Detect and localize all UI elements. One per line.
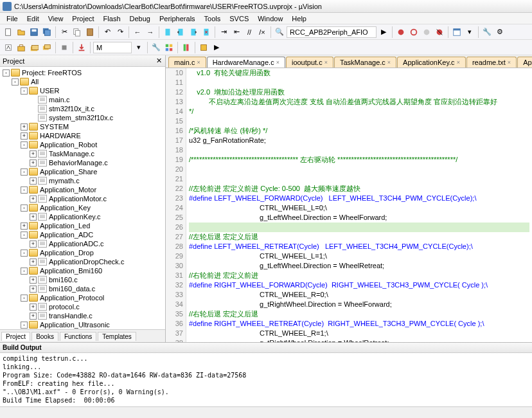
tree-item[interactable]: -USER — [0, 86, 165, 95]
find-icon[interactable]: 🔍 — [274, 26, 285, 38]
tree-toggle-icon[interactable]: - — [21, 204, 28, 212]
bookmark-next-icon[interactable] — [188, 26, 199, 38]
menu-help[interactable]: Help — [288, 14, 310, 23]
editor-tab[interactable]: TaskManage.c× — [334, 57, 396, 68]
tab-close-icon[interactable]: × — [508, 59, 511, 66]
tree-item[interactable]: +ApplicationMotor.c — [0, 194, 165, 203]
indent-icon[interactable]: ⇥ — [218, 26, 229, 38]
window-icon[interactable] — [451, 26, 463, 38]
download-icon[interactable] — [76, 42, 87, 53]
tree-item[interactable]: +bmi160_data.c — [0, 284, 165, 293]
tree-item[interactable]: +transHandle.c — [0, 311, 165, 320]
tree-item[interactable]: -Project: FreeRTOS — [0, 68, 165, 77]
tree-toggle-icon[interactable]: - — [21, 186, 28, 194]
tree-toggle-icon[interactable]: - — [12, 78, 19, 86]
tree-toggle-icon[interactable]: - — [21, 141, 28, 149]
breakpoint-disable-icon[interactable] — [421, 26, 432, 38]
editor-tab[interactable]: readme.txt× — [466, 57, 517, 68]
save-icon[interactable] — [28, 26, 40, 38]
tool1-icon[interactable]: 🔧 — [481, 26, 493, 38]
tree-item[interactable]: -Application_Key — [0, 203, 165, 212]
tab-close-icon[interactable]: × — [197, 59, 200, 66]
config-icon[interactable]: ▾ — [464, 26, 475, 38]
target-dropdown-icon[interactable]: ▾ — [133, 42, 145, 53]
tree-item[interactable]: +mymath.c — [0, 176, 165, 185]
tree-item[interactable]: main.c — [0, 95, 165, 104]
tree-item[interactable]: +BehaviorManage.c — [0, 158, 165, 167]
redo-icon[interactable]: ↷ — [114, 26, 126, 38]
menu-flash[interactable]: Flash — [100, 14, 125, 23]
simulator-icon[interactable]: ▶ — [211, 42, 222, 53]
tree-toggle-icon[interactable]: + — [30, 195, 37, 203]
tab-functions[interactable]: Functions — [60, 332, 96, 341]
tree-item[interactable]: -Application_Robot — [0, 140, 165, 149]
tree-item[interactable]: -All — [0, 77, 165, 86]
tab-close-icon[interactable]: × — [457, 59, 460, 66]
menu-view[interactable]: View — [44, 14, 67, 23]
project-tree[interactable]: -Project: FreeRTOS-All-USERmain.cstm32f1… — [0, 67, 165, 329]
menu-svcs[interactable]: SVCS — [226, 14, 253, 23]
tree-toggle-icon[interactable]: + — [30, 259, 37, 266]
project-panel-close-icon[interactable]: ✕ — [155, 57, 163, 65]
tree-item[interactable]: -Application_Share — [0, 167, 165, 176]
tree-item[interactable]: stm32f10x_it.c — [0, 104, 165, 113]
editor-tab[interactable]: ApplicationMotor.c× — [517, 57, 532, 68]
open-file-icon[interactable] — [15, 26, 27, 38]
tree-toggle-icon[interactable]: + — [30, 150, 37, 158]
periph-combo[interactable] — [287, 26, 377, 38]
target-select[interactable] — [93, 42, 132, 53]
editor-body[interactable]: 1011121314151617181920212223242526272829… — [166, 68, 532, 342]
tab-close-icon[interactable]: × — [324, 59, 328, 66]
tree-item[interactable]: +TaskManage.c — [0, 149, 165, 158]
tree-item[interactable]: +ApplicationADC.c — [0, 239, 165, 248]
bookmark-clear-icon[interactable]: × — [200, 26, 212, 38]
comment-icon[interactable]: // — [244, 26, 255, 38]
tree-toggle-icon[interactable]: - — [21, 87, 28, 95]
menu-peripherals[interactable]: Peripherals — [155, 14, 199, 23]
debug-icon[interactable] — [395, 26, 407, 38]
tree-toggle-icon[interactable]: - — [21, 232, 28, 239]
stop-build-icon[interactable] — [58, 42, 70, 53]
tree-toggle-icon[interactable]: - — [21, 250, 28, 257]
tree-toggle-icon[interactable]: - — [21, 295, 28, 302]
nav-back-icon[interactable]: ← — [132, 26, 143, 38]
tree-toggle-icon[interactable]: + — [21, 223, 28, 230]
tab-books[interactable]: Books — [31, 332, 58, 341]
tree-toggle-icon[interactable]: - — [21, 322, 28, 329]
tree-item[interactable]: system_stm32f10x.c — [0, 113, 165, 122]
outdent-icon[interactable]: ⇤ — [231, 26, 242, 38]
tab-close-icon[interactable]: × — [387, 59, 391, 66]
tree-toggle-icon[interactable]: + — [30, 214, 37, 221]
tree-item[interactable]: -Application_Bmi160 — [0, 266, 165, 275]
batch-build-icon[interactable] — [41, 42, 53, 53]
tree-item[interactable]: -Application_Ultrasonic — [0, 320, 165, 329]
build-icon[interactable] — [15, 42, 27, 53]
tree-item[interactable]: +bmi160.c — [0, 275, 165, 284]
menu-tools[interactable]: Tools — [200, 14, 225, 23]
tree-item[interactable]: -Application_Drop — [0, 248, 165, 257]
tree-toggle-icon[interactable]: - — [21, 268, 28, 275]
editor-tab[interactable]: main.c× — [168, 57, 206, 68]
tree-item[interactable]: +protocol.c — [0, 302, 165, 311]
tree-item[interactable]: +Application_Led — [0, 221, 165, 230]
bookmark-icon[interactable] — [162, 26, 173, 38]
tab-templates[interactable]: Templates — [98, 332, 136, 341]
find-next-icon[interactable]: ▶ — [378, 26, 389, 38]
tab-close-icon[interactable]: × — [276, 59, 279, 66]
uncomment-icon[interactable]: /× — [256, 26, 268, 38]
tree-item[interactable]: +ApplicationKey.c — [0, 212, 165, 221]
bookmark-prev-icon[interactable] — [175, 26, 186, 38]
tree-item[interactable]: +ApplicationDropCheck.c — [0, 257, 165, 266]
tree-toggle-icon[interactable]: + — [30, 241, 37, 248]
pack-installer-icon[interactable] — [198, 42, 209, 53]
tree-toggle-icon[interactable]: - — [21, 168, 28, 176]
tree-toggle-icon[interactable]: + — [30, 304, 37, 311]
tree-item[interactable]: +SYSTEM — [0, 122, 165, 131]
tree-toggle-icon[interactable]: + — [30, 159, 37, 167]
menu-project[interactable]: Project — [68, 14, 98, 23]
editor-tab[interactable]: iooutput.c× — [286, 57, 333, 68]
editor-tab[interactable]: HardwareManage.c× — [207, 57, 285, 68]
breakpoint-kill-icon[interactable] — [434, 26, 445, 38]
breakpoint-icon[interactable] — [408, 26, 420, 38]
tree-item[interactable]: -Application_Motor — [0, 185, 165, 194]
